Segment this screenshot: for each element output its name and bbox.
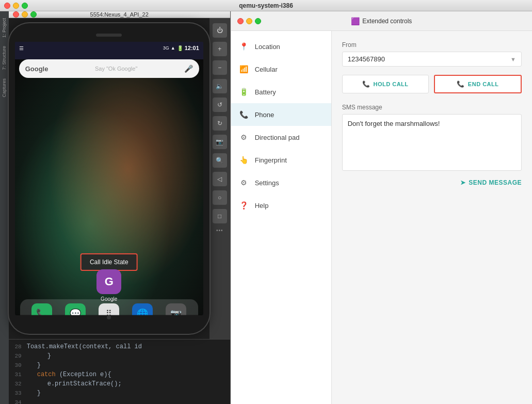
- nav-item-cellular-label: Cellular: [255, 66, 278, 73]
- dock-browser-icon[interactable]: 🌐: [132, 303, 153, 316]
- fullscreen-button[interactable]: [22, 3, 28, 9]
- phone-screen[interactable]: ☰ 3G ▲ 🔋 12:01: [15, 42, 203, 315]
- phone-dock-icon: 📞: [36, 308, 47, 316]
- fingerprint-icon: 👆: [239, 155, 249, 165]
- dock-camera-icon[interactable]: 📷: [166, 303, 186, 316]
- emulator-close-button[interactable]: [13, 11, 19, 18]
- end-call-label: END CALL: [468, 81, 499, 87]
- signal-icon: 3G: [163, 45, 169, 51]
- dock-chat-icon[interactable]: 💬: [65, 303, 86, 316]
- phone-outer: ☰ 3G ▲ 🔋 12:01: [9, 23, 209, 334]
- close-button[interactable]: [4, 3, 10, 9]
- phone-nav-icon: 📞: [239, 110, 249, 119]
- sidebar-tab-project[interactable]: 1: Project: [0, 14, 8, 42]
- recents-nav-button[interactable]: □: [213, 209, 227, 223]
- code-line-28: 28 Toast.makeText(context, call id: [9, 342, 230, 351]
- browser-icon: 🌐: [137, 308, 148, 316]
- emulator-window: 5554:Nexus_4_API_22 ☰ 3G: [9, 11, 231, 404]
- nav-item-fingerprint[interactable]: 👆 Fingerprint: [231, 149, 331, 171]
- dpad-icon: ⚙: [239, 133, 249, 142]
- hold-call-label: HOLD CALL: [373, 81, 408, 87]
- nav-item-battery-label: Battery: [255, 88, 276, 96]
- line-num-33: 33: [9, 390, 27, 396]
- chat-icon: 💬: [70, 308, 81, 316]
- sidebar-tab-structure[interactable]: 7: Structure: [0, 42, 8, 74]
- ext-close-button[interactable]: [237, 18, 244, 24]
- extended-controls-title-bar: 🟪 Extended controls: [231, 11, 532, 31]
- send-icon: ➤: [460, 179, 466, 186]
- mute-button[interactable]: 🔈: [213, 79, 227, 93]
- mic-icon[interactable]: 🎤: [184, 64, 193, 73]
- notification-icon: ☰: [19, 45, 24, 51]
- code-line-31: 31 catch (Exception e){: [9, 370, 230, 379]
- line-num-32: 32: [9, 381, 27, 387]
- emulator-title: 5554:Nexus_4_API_22: [90, 11, 149, 18]
- send-message-row: ➤ SEND MESSAGE: [342, 179, 522, 186]
- nav-item-phone[interactable]: 📞 Phone: [231, 103, 331, 126]
- settings-icon: ⚙: [239, 178, 249, 187]
- extended-controls-panel: 🟪 Extended controls 📍 Location 📶 Cellula…: [231, 11, 532, 404]
- code-area: 28 Toast.makeText(context, call id 29 } …: [9, 340, 230, 404]
- from-number-display: 1234567890: [348, 55, 510, 63]
- code-line-32: 32 e.printStackTrace();: [9, 379, 230, 389]
- google-app-icon[interactable]: G Google: [96, 269, 121, 302]
- traffic-lights: [4, 3, 28, 9]
- app-icons-row: G Google: [15, 269, 203, 302]
- phone-device: ☰ 3G ▲ 🔋 12:01: [9, 23, 209, 334]
- status-left-icons: ☰: [19, 45, 24, 51]
- volume-up-button[interactable]: +: [213, 42, 227, 56]
- send-message-label: SEND MESSAGE: [469, 179, 522, 186]
- end-call-button[interactable]: 📞 END CALL: [434, 75, 522, 93]
- code-line-33: 33 }: [9, 389, 230, 398]
- nav-item-battery[interactable]: 🔋 Battery: [231, 80, 331, 103]
- from-label: From: [342, 41, 522, 49]
- send-message-button[interactable]: ➤ SEND MESSAGE: [460, 179, 522, 186]
- back-nav-button[interactable]: ◁: [213, 172, 227, 186]
- dock-phone-icon[interactable]: 📞: [31, 303, 52, 316]
- nav-item-help[interactable]: ❓ Help: [231, 194, 331, 217]
- line-content-33: }: [27, 390, 41, 397]
- code-line-30: 30 }: [9, 361, 230, 370]
- line-content-29: }: [27, 352, 51, 360]
- nav-item-directional-pad[interactable]: ⚙ Directional pad: [231, 126, 331, 149]
- rotate-right-button[interactable]: ↻: [213, 116, 227, 131]
- phone-status-bar: ☰ 3G ▲ 🔋 12:01: [15, 42, 203, 54]
- google-logo: Google: [25, 65, 49, 73]
- sidebar-tab-captures[interactable]: Captures: [0, 74, 8, 102]
- extended-controls-title: 🟪 Extended controls: [351, 17, 412, 25]
- dock-apps-icon[interactable]: ⠿: [99, 303, 119, 316]
- extended-controls-content: 📍 Location 📶 Cellular 🔋 Battery 📞 Phone …: [231, 31, 532, 404]
- title-bar: qemu-system-i386: [0, 0, 532, 11]
- emulator-fullscreen-button[interactable]: [30, 11, 37, 18]
- hold-call-button[interactable]: 📞 HOLD CALL: [342, 75, 429, 93]
- nav-item-location[interactable]: 📍 Location: [231, 35, 331, 58]
- line-content-31: catch (Exception e){: [27, 371, 111, 378]
- screenshot-button[interactable]: 📷: [213, 135, 227, 149]
- from-dropdown-arrow-icon[interactable]: ▼: [510, 56, 516, 62]
- nav-item-cellular[interactable]: 📶 Cellular: [231, 58, 331, 80]
- more-controls-dots[interactable]: •••: [216, 228, 223, 233]
- phone-home-screen[interactable]: Google Say "Ok Google" 🎤 Call Idle State: [15, 59, 203, 315]
- minimize-button[interactable]: [13, 3, 19, 9]
- help-icon: ❓: [239, 201, 249, 210]
- time-display: 12:01: [185, 45, 199, 51]
- power-button[interactable]: ⏻: [213, 23, 227, 38]
- emulator-minimize-button[interactable]: [22, 11, 28, 18]
- call-idle-tooltip: Call Idle State: [80, 253, 138, 271]
- extended-controls-right-panel: From 1234567890 ▼ 📞 HOLD CALL 📞 END CALL: [332, 31, 532, 404]
- google-search-bar[interactable]: Google Say "Ok Google" 🎤: [19, 59, 199, 78]
- line-content-30: }: [27, 362, 41, 369]
- ext-minimize-button[interactable]: [246, 18, 252, 24]
- nav-item-settings[interactable]: ⚙ Settings: [231, 171, 331, 194]
- volume-down-button[interactable]: −: [213, 60, 227, 75]
- line-content-32: e.printStackTrace();: [27, 380, 122, 387]
- nav-item-dpad-label: Directional pad: [255, 134, 300, 141]
- home-nav-button[interactable]: ○: [213, 190, 227, 205]
- zoom-button[interactable]: 🔍: [213, 153, 227, 168]
- sms-textarea[interactable]: Don't forget the marshmallows!: [342, 114, 522, 171]
- camera-icon: 📷: [170, 308, 182, 316]
- rotate-left-button[interactable]: ↺: [213, 98, 227, 112]
- extended-controls-sidenav: 📍 Location 📶 Cellular 🔋 Battery 📞 Phone …: [231, 31, 332, 404]
- ext-fullscreen-button[interactable]: [255, 18, 261, 24]
- line-num-29: 29: [9, 353, 27, 359]
